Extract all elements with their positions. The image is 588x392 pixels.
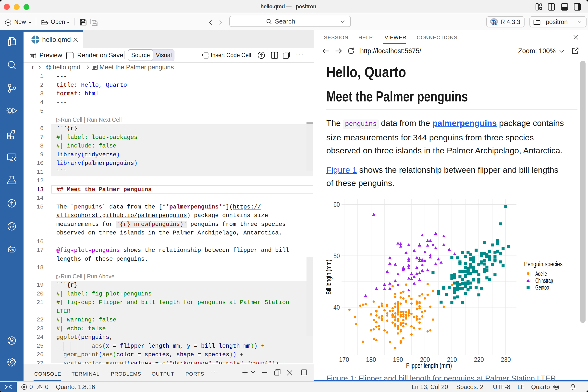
- svg-text:Gentoo: Gentoo: [535, 284, 549, 291]
- svg-text:Chinstrap: Chinstrap: [535, 277, 553, 284]
- svg-text:Bill length (mm): Bill length (mm): [326, 260, 332, 294]
- svg-text:190: 190: [393, 356, 403, 363]
- svg-text:R: R: [492, 19, 497, 26]
- svg-text:Adelie: Adelie: [535, 270, 547, 277]
- svg-text:170: 170: [339, 356, 349, 363]
- svg-text:50: 50: [334, 252, 340, 260]
- svg-text:40: 40: [334, 304, 340, 311]
- svg-text:230: 230: [501, 356, 511, 363]
- svg-text:60: 60: [334, 201, 340, 208]
- svg-text:Flipper length (mm): Flipper length (mm): [406, 362, 452, 370]
- svg-text:220: 220: [474, 356, 484, 363]
- svg-text:Penguin species: Penguin species: [524, 260, 562, 268]
- svg-text:180: 180: [366, 356, 376, 363]
